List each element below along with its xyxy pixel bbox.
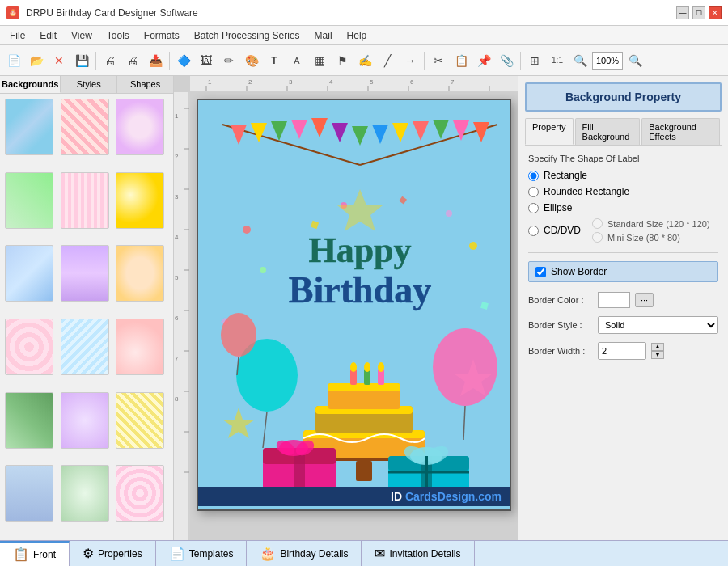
zoom-out-button[interactable]: 🔍 xyxy=(624,50,645,71)
menu-edit[interactable]: Edit xyxy=(33,28,63,43)
print2-button[interactable]: 🖨 xyxy=(122,50,143,71)
print-button[interactable]: 🖨 xyxy=(99,50,121,71)
cddvd-mini-option[interactable]: Mini Size (80 * 80) xyxy=(592,232,710,243)
list-item[interactable] xyxy=(116,172,164,229)
list-item[interactable] xyxy=(5,465,53,522)
shape-rounded-radio[interactable] xyxy=(528,187,539,197)
pencil-button[interactable]: ✏ xyxy=(218,50,239,71)
grid-button[interactable]: ⊞ xyxy=(524,50,545,71)
tab-styles[interactable]: Styles xyxy=(61,76,117,93)
cddvd-mini-radio[interactable] xyxy=(592,232,603,243)
cut-button[interactable]: ✂ xyxy=(428,50,449,71)
birthday-details-label: Birthday Details xyxy=(280,548,348,560)
menu-mail[interactable]: Mail xyxy=(308,28,339,43)
menu-tools[interactable]: Tools xyxy=(100,28,136,43)
menu-view[interactable]: View xyxy=(65,28,99,43)
shape-cddvd-radio[interactable] xyxy=(528,226,539,236)
border-color-swatch[interactable] xyxy=(598,292,630,308)
shape-rectangle-radio[interactable] xyxy=(528,171,539,181)
cddvd-standard-radio[interactable] xyxy=(592,218,603,229)
list-item[interactable] xyxy=(61,465,109,522)
section-label: Specify The Shape Of Label xyxy=(528,154,718,163)
shape-option-rectangle[interactable]: Rectangle xyxy=(528,170,718,181)
statusbar-front[interactable]: 📋 Front xyxy=(0,541,70,566)
statusbar-invitation-details[interactable]: ✉ Invitation Details xyxy=(362,541,474,566)
new-button[interactable]: 📄 xyxy=(3,50,24,71)
cddvd-standard-option[interactable]: Standard Size (120 * 120) xyxy=(592,218,710,229)
list-item[interactable] xyxy=(116,245,164,302)
signature-button[interactable]: ✍ xyxy=(354,50,375,71)
font-button[interactable]: A xyxy=(286,50,307,71)
shape-option-cddvd[interactable]: CD/DVD Standard Size (120 * 120) Mini Si… xyxy=(528,218,718,243)
color-button[interactable]: 🎨 xyxy=(241,50,262,71)
statusbar-templates[interactable]: 📄 Templates xyxy=(156,541,248,566)
save-button[interactable]: 💾 xyxy=(71,50,92,71)
close-button[interactable]: ✕ xyxy=(709,6,722,19)
spinner-up-button[interactable]: ▲ xyxy=(651,343,664,351)
menu-formats[interactable]: Formats xyxy=(138,28,186,43)
import-button[interactable]: 📥 xyxy=(145,50,166,71)
list-item[interactable] xyxy=(61,99,109,155)
paste-button[interactable]: 📌 xyxy=(473,50,494,71)
toolbar: 📄 📂 ✕ 💾 🖨 🖨 📥 🔷 🖼 ✏ 🎨 T A ▦ ⚑ ✍ ╱ → ✂ 📋 … xyxy=(0,45,728,76)
separator-4 xyxy=(520,52,521,70)
close-file-button[interactable]: ✕ xyxy=(49,50,70,71)
list-item[interactable] xyxy=(61,245,109,302)
thumbnail-grid xyxy=(0,94,173,540)
shape-options: Rectangle Rounded Rectangle Ellipse CD/D… xyxy=(528,170,718,243)
list-item[interactable] xyxy=(116,99,164,155)
open-button[interactable]: 📂 xyxy=(26,50,47,71)
list-item[interactable] xyxy=(5,99,53,155)
statusbar-birthday-details[interactable]: 🎂 Birthday Details xyxy=(247,541,362,566)
barcode-button[interactable]: ▦ xyxy=(309,50,330,71)
zoom-in-button[interactable]: 🔍 xyxy=(569,50,590,71)
shape-option-ellipse[interactable]: Ellipse xyxy=(528,202,718,213)
statusbar-properties[interactable]: ⚙ Properties xyxy=(70,541,156,566)
canvas-area: 1 2 3 4 5 6 7 xyxy=(174,76,518,540)
svg-point-87 xyxy=(364,362,370,372)
list-item[interactable] xyxy=(116,319,164,375)
list-item[interactable] xyxy=(61,319,109,375)
tab-backgrounds[interactable]: Backgrounds xyxy=(0,76,61,93)
border-style-select[interactable]: Solid Dashed Dotted Double xyxy=(598,316,718,334)
menu-help[interactable]: Help xyxy=(341,28,374,43)
tab-property[interactable]: Property xyxy=(525,118,574,145)
list-item[interactable] xyxy=(116,465,164,522)
svg-text:7: 7 xyxy=(451,78,455,86)
properties-icon: ⚙ xyxy=(83,546,94,561)
tab-background-effects[interactable]: Background Effects xyxy=(641,118,720,145)
list-item[interactable] xyxy=(5,245,53,302)
list-item[interactable] xyxy=(61,392,109,449)
image-button[interactable]: 🖼 xyxy=(196,50,217,71)
list-item[interactable] xyxy=(5,172,53,229)
arrow-button[interactable]: → xyxy=(400,50,421,71)
titlebar-left: 🎂 DRPU Birthday Card Designer Software xyxy=(6,6,198,19)
list-item[interactable] xyxy=(5,319,53,375)
maximize-button[interactable]: ☐ xyxy=(692,6,705,19)
spinner-down-button[interactable]: ▼ xyxy=(651,351,664,359)
border-color-browse-button[interactable]: ··· xyxy=(635,293,654,307)
copy-button[interactable]: 📋 xyxy=(451,50,472,71)
logo-button[interactable]: ⚑ xyxy=(332,50,353,71)
list-item[interactable] xyxy=(116,392,164,449)
templates-label: Templates xyxy=(189,548,234,560)
border-width-spinner[interactable]: ▲ ▼ xyxy=(651,343,664,359)
list-item[interactable] xyxy=(5,392,53,449)
tab-fill-background[interactable]: Fill Background xyxy=(575,118,641,145)
menu-file[interactable]: File xyxy=(3,28,32,43)
text-button[interactable]: T xyxy=(264,50,285,71)
line-button[interactable]: ╱ xyxy=(377,50,398,71)
paste2-button[interactable]: 📎 xyxy=(496,50,517,71)
one-to-one-button[interactable]: 1:1 xyxy=(547,50,568,71)
border-style-row: Border Style : Solid Dashed Dotted Doubl… xyxy=(528,316,718,334)
menu-batch[interactable]: Batch Processing Series xyxy=(188,28,307,43)
tab-shapes[interactable]: Shapes xyxy=(117,76,173,93)
show-border-checkbox[interactable] xyxy=(535,267,546,277)
list-item[interactable] xyxy=(61,172,109,229)
minimize-button[interactable]: — xyxy=(676,6,689,19)
shape-ellipse-radio[interactable] xyxy=(528,203,539,213)
shapes-button[interactable]: 🔷 xyxy=(173,50,194,71)
border-width-input[interactable] xyxy=(598,342,646,360)
titlebar-controls[interactable]: — ☐ ✕ xyxy=(676,6,722,19)
shape-option-rounded[interactable]: Rounded Rectangle xyxy=(528,186,718,197)
